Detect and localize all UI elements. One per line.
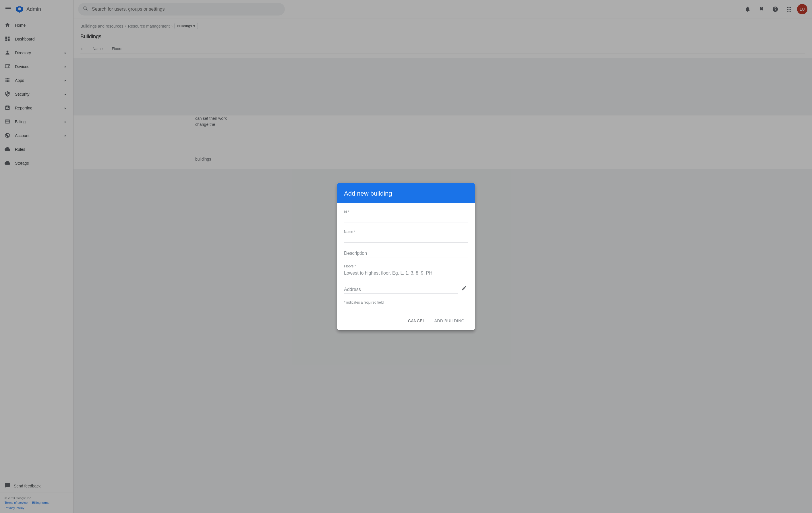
name-field-label: Name * [344, 230, 468, 234]
cancel-button[interactable]: CANCEL [405, 316, 429, 325]
floors-input[interactable] [344, 269, 468, 277]
id-input[interactable] [344, 215, 468, 223]
required-note: * indicates a required field [344, 301, 468, 305]
dialog-overlay: Add new building Id * Name * Floors * [0, 0, 812, 513]
name-input[interactable] [344, 235, 468, 243]
address-input[interactable] [344, 286, 458, 293]
id-field: Id * [344, 210, 468, 223]
description-field [344, 250, 468, 257]
address-field [344, 284, 468, 293]
floors-field: Floors * [344, 264, 468, 277]
description-input[interactable] [344, 250, 468, 257]
id-field-label: Id * [344, 210, 468, 214]
address-edit-icon[interactable] [460, 284, 468, 293]
floors-field-label: Floors * [344, 264, 468, 268]
add-building-dialog: Add new building Id * Name * Floors * [337, 183, 475, 330]
dialog-title: Add new building [344, 190, 468, 197]
dialog-header: Add new building [337, 183, 475, 203]
dialog-body: Id * Name * Floors * [337, 203, 475, 314]
address-field-wrapper [344, 284, 468, 293]
dialog-actions: CANCEL ADD BUILDING [337, 314, 475, 330]
add-building-button[interactable]: ADD BUILDING [431, 316, 468, 325]
name-field: Name * [344, 230, 468, 243]
